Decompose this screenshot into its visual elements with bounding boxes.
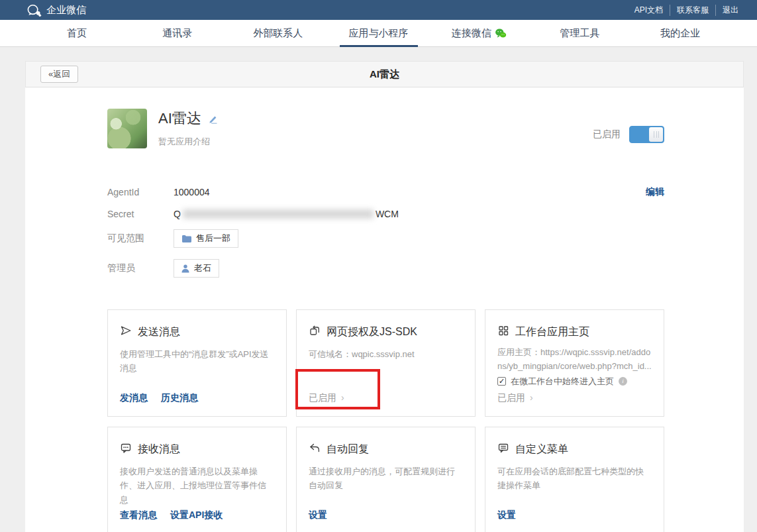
folder-icon [181, 235, 191, 242]
brand-name: 企业微信 [46, 4, 86, 17]
topbar-link-logout[interactable]: 退出 [715, 5, 745, 16]
card-receive-message: 接收消息 接收用户发送的普通消息以及菜单操作、进入应用、上报地理位置等事件信息 … [107, 427, 287, 532]
admin-tag-label: 老石 [194, 262, 211, 274]
agentid-row: AgentId 1000004 [107, 186, 664, 199]
scope-label: 可见范围 [107, 233, 174, 244]
card-desc-text: 接收用户发送的普通消息以及菜单操作、进入应用、上报地理位置等事件信息 [120, 464, 274, 507]
chevron-right-icon: › [341, 392, 344, 403]
topbar: 企业微信 API文档 联系客服 退出 [0, 0, 757, 20]
person-icon [181, 264, 189, 273]
card-send-message: 发送消息 使用管理工具中的“消息群发”或API发送消息 发消息 历史消息 [107, 309, 287, 417]
auto-reply-icon [309, 442, 321, 456]
nav-item-contacts[interactable]: 通讯录 [127, 20, 228, 46]
edit-link[interactable]: 编辑 [646, 186, 664, 198]
card-workbench-homepage: 工作台应用主页 应用主页：https://wqpic.sssvip.net/ad… [485, 309, 664, 417]
card-title-text: 自动回复 [327, 443, 369, 456]
card-custom-menu: 自定义菜单 可在应用会话的底部配置七种类型的快捷操作菜单 设置 [485, 427, 664, 532]
wechat-icon [495, 28, 507, 38]
custom-menu-settings-link[interactable]: 设置 [497, 509, 516, 521]
wework-logo[interactable]: 企业微信 [26, 4, 86, 17]
checkbox-label: 在微工作台中始终进入主页 [511, 376, 614, 388]
visible-scope-row: 可见范围 售后一部 [107, 229, 664, 248]
chevron-right-icon: › [530, 392, 533, 403]
auto-reply-settings-link[interactable]: 设置 [309, 509, 327, 521]
app-header: AI雷达 暂无应用介绍 已启用 [107, 87, 664, 148]
admin-label: 管理员 [107, 262, 174, 274]
always-enter-homepage-option: ✓ 在微工作台中始终进入主页 i [497, 376, 652, 388]
grid-icon [497, 325, 509, 339]
app-name: AI雷达 [158, 109, 201, 129]
enabled-label: 已启用 [593, 129, 621, 140]
wework-bubble-icon [26, 4, 42, 17]
feature-cards: 发送消息 使用管理工具中的“消息群发”或API发送消息 发消息 历史消息 [107, 309, 664, 532]
edit-name-icon[interactable] [208, 115, 218, 127]
homepage-url-text: 应用主页：https://wqpic.sssvip.net/addons/yb_… [497, 345, 652, 374]
app-description: 暂无应用介绍 [158, 136, 218, 148]
homepage-enabled-status[interactable]: 已启用› [497, 392, 533, 404]
app-detail-panel: AI雷达 暂无应用介绍 已启用 编辑 [25, 87, 744, 532]
nav-item-my-company[interactable]: 我的企业 [630, 20, 731, 46]
secret-value: Q WCM [174, 209, 399, 219]
enable-toggle[interactable] [629, 126, 664, 143]
send-message-icon [120, 325, 132, 339]
info-icon[interactable]: i [619, 377, 627, 386]
scope-tag: 售后一部 [174, 229, 238, 248]
subheader: «返回 AI雷达 [25, 61, 744, 87]
nav-item-admin-tools[interactable]: 管理工具 [529, 20, 630, 46]
topbar-link-api-docs[interactable]: API文档 [628, 5, 670, 16]
message-history-link[interactable]: 历史消息 [161, 392, 198, 404]
topbar-links: API文档 联系客服 退出 [628, 5, 745, 16]
set-api-receive-link[interactable]: 设置API接收 [170, 509, 223, 521]
admin-row: 管理员 老石 [107, 259, 664, 278]
toggle-knob [649, 127, 663, 142]
topbar-link-contact-support[interactable]: 联系客服 [670, 5, 715, 16]
nav-item-apps[interactable]: 应用与小程序 [328, 20, 429, 46]
card-title-text: 接收消息 [138, 443, 180, 456]
admin-tag: 老石 [174, 259, 219, 278]
secret-redaction-blur [183, 209, 374, 219]
scope-tag-label: 售后一部 [196, 233, 230, 244]
oauth-enabled-status[interactable]: 已启用› [309, 392, 344, 404]
page-title: AI雷达 [26, 68, 743, 81]
card-title-text: 网页授权及JS-SDK [327, 325, 417, 339]
view-messages-link[interactable]: 查看消息 [120, 509, 157, 521]
agentid-value: 1000004 [174, 187, 210, 197]
trusted-domain-text: 可信域名：wqpic.sssvip.net [309, 347, 463, 361]
back-button[interactable]: «返回 [40, 66, 78, 83]
app-fields: 编辑 AgentId 1000004 Secret Q WCM 可见范围 [107, 186, 664, 278]
agentid-label: AgentId [107, 187, 174, 197]
content-container: «返回 AI雷达 AI雷达 暂无应用介绍 已启用 [25, 61, 744, 532]
nav-item-external-contacts[interactable]: 外部联系人 [228, 20, 328, 46]
nav-item-connect-wechat[interactable]: 连接微信 [429, 20, 529, 46]
card-desc-text: 可在应用会话的底部配置七种类型的快捷操作菜单 [497, 464, 652, 493]
homepage-checkbox[interactable]: ✓ [497, 377, 506, 386]
card-desc-text: 通过接收用户的消息，可配置规则进行自动回复 [309, 464, 463, 493]
custom-menu-icon [497, 442, 509, 456]
card-desc-text: 使用管理工具中的“消息群发”或API发送消息 [120, 347, 274, 376]
main-nav: 首页 通讯录 外部联系人 应用与小程序 连接微信 管理工具 我的企业 [0, 20, 757, 47]
app-logo-image [107, 109, 147, 148]
app-title-block: AI雷达 暂无应用介绍 [158, 109, 218, 148]
card-oauth-jssdk: 网页授权及JS-SDK 可信域名：wqpic.sssvip.net 已启用› [296, 309, 476, 417]
card-title-text: 自定义菜单 [515, 443, 568, 456]
card-title-text: 工作台应用主页 [515, 325, 589, 339]
nav-item-home[interactable]: 首页 [26, 20, 127, 46]
send-message-link[interactable]: 发消息 [120, 392, 148, 404]
app-enable-control: 已启用 [593, 121, 664, 148]
secret-row: Secret Q WCM [107, 207, 664, 221]
card-title-text: 发送消息 [138, 325, 180, 339]
oauth-jssdk-icon [309, 325, 321, 339]
card-auto-reply: 自动回复 通过接收用户的消息，可配置规则进行自动回复 设置 [296, 427, 476, 532]
receive-message-icon [120, 442, 132, 456]
secret-label: Secret [107, 209, 174, 219]
